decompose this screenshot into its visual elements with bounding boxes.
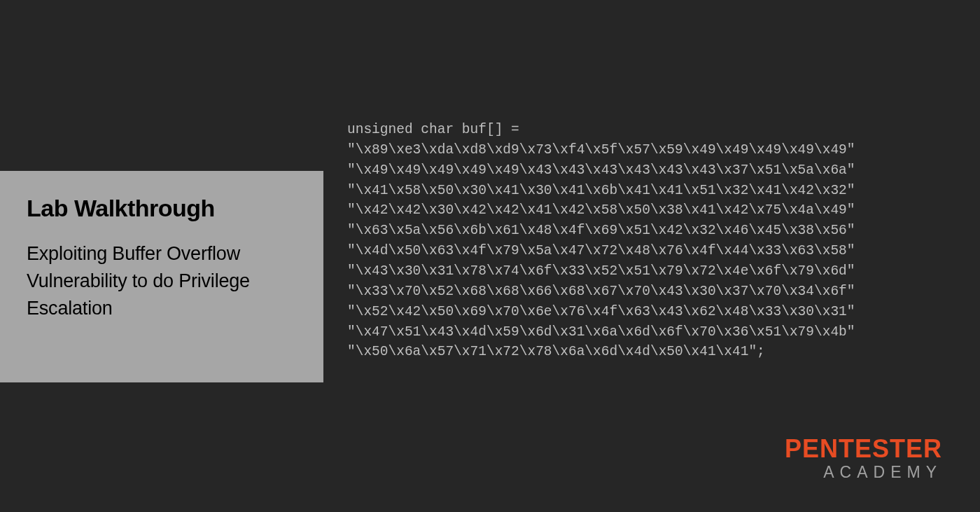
brand-logo: PENTESTER ACADEMY: [785, 436, 942, 481]
brand-sub: ACADEMY: [785, 463, 942, 481]
code-block: unsigned char buf[] = "\x89\xe3\xda\xd8\…: [347, 120, 955, 362]
card-heading: Lab Walkthrough: [27, 195, 295, 222]
title-card: Lab Walkthrough Exploiting Buffer Overfl…: [0, 171, 323, 382]
brand-main: PENTESTER: [785, 436, 942, 462]
card-subheading: Exploiting Buffer Overflow Vulnerability…: [27, 240, 295, 322]
